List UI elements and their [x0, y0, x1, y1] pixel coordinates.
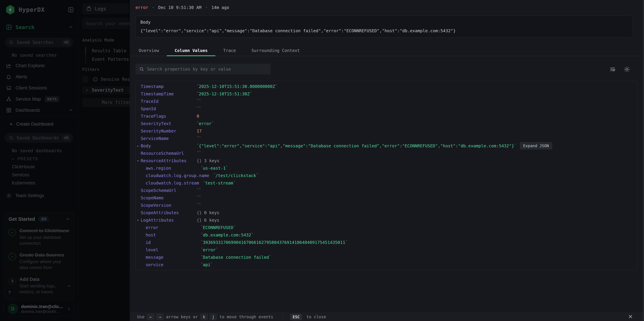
property-value: ECONNREFUSED [203, 225, 234, 230]
property-value-empty: "" [197, 99, 201, 103]
property-value: {"level":"error","service":"api","messag… [199, 143, 514, 148]
property-row-host[interactable]: host"db.example.com:5432" [136, 231, 637, 239]
property-row-aws.region[interactable]: aws.region"us-east-1" [136, 164, 637, 172]
property-key: ScopeVersion [141, 203, 197, 208]
property-key: ScopeName [141, 195, 197, 200]
body-card-label: Body [140, 20, 628, 25]
property-row-TimestampTime[interactable]: TimestampTime"2025-12-10T15:51:30Z" [136, 90, 637, 97]
arrow-key: ← [147, 314, 154, 320]
property-value-empty: "" [197, 203, 201, 207]
property-value: 2025-12-10T15:51:30Z [199, 91, 250, 96]
property-row-ServiceName[interactable]: ServiceName"" [136, 135, 637, 142]
property-row-SeverityText[interactable]: SeverityText"error" [136, 120, 637, 127]
esc-key: ESC [290, 314, 302, 320]
property-key: level [146, 247, 201, 252]
collapse-row-icon[interactable]: ▾ [137, 218, 139, 222]
property-row-Timestamp[interactable]: Timestamp"2025-12-10T15:51:30.000000000Z… [136, 83, 637, 90]
properties-table: Timestamp"2025-12-10T15:51:30.000000000Z… [136, 81, 637, 270]
property-value: us-east-1 [203, 166, 226, 171]
property-row-cloudwatch.log.group.name[interactable]: cloudwatch.log.group.name"/test/clicksta… [136, 172, 637, 179]
wrap-lines-icon[interactable] [609, 66, 616, 73]
braces-icon: {} [197, 218, 202, 223]
property-value-empty: "" [197, 195, 201, 199]
body-card-content: {"level":"error","service":"api","messag… [140, 28, 628, 33]
property-value: 17 [197, 129, 202, 133]
settings-gear-icon[interactable] [624, 66, 630, 73]
property-row-service[interactable]: service"api" [136, 261, 637, 268]
property-value-empty: "" [197, 188, 201, 192]
letter-keys: kj [200, 314, 218, 320]
property-key: TraceFlags [141, 114, 197, 119]
property-key: SeverityText [141, 121, 197, 126]
property-row-LogAttributes[interactable]: ▾LogAttributes{}6 keys [136, 216, 637, 224]
collapse-row-icon[interactable]: ▾ [137, 159, 139, 163]
property-key: TimestampTime [141, 91, 197, 96]
keys-count: 6 keys [204, 218, 219, 223]
event-timestamp: Dec 10 9:51:30 AM [158, 5, 202, 10]
body-card: Body {"level":"error","service":"api","m… [136, 15, 633, 37]
letter-key: k [200, 314, 208, 320]
property-key: ServiceName [141, 136, 197, 141]
property-key: Timestamp [141, 84, 197, 89]
property-row-message[interactable]: message"Database connection failed" [136, 254, 637, 261]
arrow-keys: ←→ [146, 314, 164, 320]
property-row-error[interactable]: error"ECONNREFUSED" [136, 224, 637, 231]
property-value-empty: "" [197, 106, 201, 110]
close-icon[interactable]: ✕ [628, 313, 633, 320]
property-value-empty: "" [197, 151, 201, 155]
property-row-cloudwatch.log.stream[interactable]: cloudwatch.log.stream"test-stream" [136, 179, 637, 187]
property-row-SeverityNumber[interactable]: SeverityNumber17 [136, 127, 637, 135]
property-value: 0 [197, 114, 199, 119]
property-row-TraceId[interactable]: TraceId"" [136, 97, 637, 105]
tab-surrounding-context[interactable]: Surrounding Context [244, 45, 308, 56]
property-row-SpanId[interactable]: SpanId"" [136, 105, 637, 112]
property-value: 2025-12-10T15:51:30.000000000Z [199, 84, 275, 89]
tab-trace[interactable]: Trace [216, 45, 244, 56]
property-value-empty: "" [197, 136, 201, 140]
expand-row-icon[interactable]: ▸ [137, 144, 139, 148]
property-key: ScopeAttributes [141, 210, 197, 215]
property-value: error [199, 121, 212, 126]
property-key: message [146, 255, 201, 260]
letter-key: j [210, 314, 217, 320]
property-row-ScopeName[interactable]: ScopeName"" [136, 194, 637, 202]
property-key: error [146, 225, 201, 230]
tab-column-values[interactable]: Column Values [167, 45, 216, 56]
search-icon [139, 66, 144, 72]
modal-backdrop[interactable] [0, 0, 130, 321]
property-row-Body[interactable]: ▸Body"{"level":"error","service":"api","… [136, 142, 637, 150]
property-row-ResourceAttributes[interactable]: ▾ResourceAttributes{}3 keys [136, 157, 637, 164]
modal-footer: Use ←→ arrow keys or kj to move through … [130, 313, 644, 321]
property-value: /test/clickstack [216, 173, 256, 178]
screen: HyperDX Search Saved Searches ⌘K No save… [0, 0, 644, 321]
property-row-ScopeSchemaUrl[interactable]: ScopeSchemaUrl"" [136, 187, 637, 194]
property-key: LogAttributes [141, 218, 197, 223]
property-row-id[interactable]: id"3936933170699041670661627958043769141… [136, 239, 637, 246]
property-value: 3936933170699041670661627958043769141864… [203, 240, 345, 245]
tab-overview[interactable]: Overview [131, 45, 167, 56]
expand-json-button[interactable]: Expand JSON [520, 142, 552, 149]
property-key: ScopeSchemaUrl [141, 188, 197, 193]
properties-search-input[interactable]: Search properties by key or value [136, 64, 271, 74]
property-key: SpanId [141, 106, 197, 111]
keys-count: 0 keys [204, 210, 219, 215]
property-key: host [146, 233, 201, 238]
property-key: ResourceSchemaUrl [141, 151, 197, 156]
property-row-level[interactable]: level"error" [136, 246, 637, 254]
property-key: id [146, 240, 201, 245]
property-row-ScopeVersion[interactable]: ScopeVersion"" [136, 202, 637, 209]
property-row-TraceFlags[interactable]: TraceFlags0 [136, 112, 637, 120]
property-value: Database connection failed [203, 255, 269, 260]
property-key: cloudwatch.log.stream [146, 181, 203, 185]
property-key: cloudwatch.log.group.name [146, 173, 213, 178]
keys-count: 3 keys [204, 158, 219, 163]
property-row-ScopeAttributes[interactable]: ScopeAttributes{}0 keys [136, 209, 637, 216]
event-tabs: OverviewColumn ValuesTraceSurrounding Co… [130, 45, 644, 56]
event-details-panel: error · Dec 10 9:51:30 AM · 14m ago Body… [130, 0, 644, 321]
property-row-ResourceSchemaUrl[interactable]: ResourceSchemaUrl"" [136, 150, 637, 157]
property-key: Body [141, 143, 197, 148]
braces-icon: {} [197, 210, 202, 215]
property-key: service [146, 262, 201, 267]
properties-search-placeholder: Search properties by key or value [147, 67, 231, 71]
scrollbar[interactable] [643, 0, 644, 321]
